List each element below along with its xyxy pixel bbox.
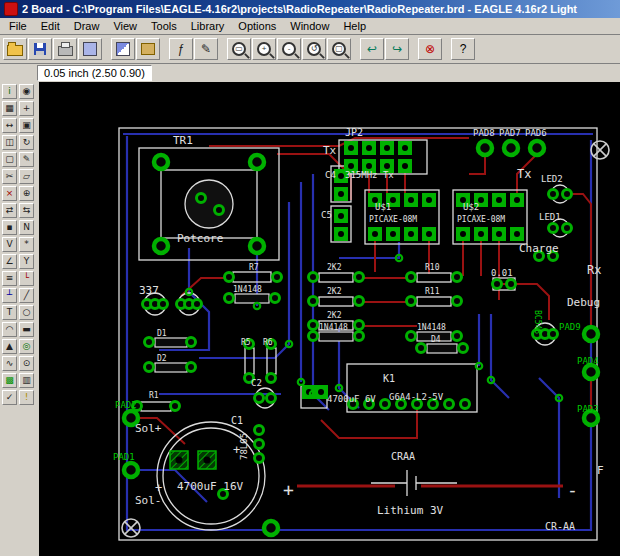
label-d1: D1: [157, 329, 167, 338]
run-script-button[interactable]: ƒ: [169, 38, 193, 60]
tool-mark-button[interactable]: +: [19, 101, 34, 116]
tool-add-button[interactable]: ⊕: [19, 186, 34, 201]
tool-circle-button[interactable]: ○: [19, 305, 34, 320]
tool-move-button[interactable]: ↔: [2, 118, 17, 133]
tool-route-button[interactable]: └: [19, 271, 34, 286]
label-c1: C1: [231, 415, 243, 426]
undo-button[interactable]: ↩: [360, 38, 384, 60]
tool-lock-button[interactable]: ▪: [2, 220, 17, 235]
tool-show-button[interactable]: ◉: [19, 84, 34, 99]
zoom-out-icon: -: [282, 42, 296, 56]
tool-drc-button[interactable]: ✓: [2, 390, 17, 405]
tool-mirror-button[interactable]: ◫: [2, 135, 17, 150]
tool-auto-button[interactable]: ▥: [19, 373, 34, 388]
print-button[interactable]: [53, 38, 77, 60]
tool-errors-button[interactable]: !: [19, 390, 34, 405]
tool-replace-button[interactable]: ⇆: [19, 203, 34, 218]
toolbar-separator: [410, 39, 417, 59]
help-icon: ?: [460, 43, 467, 55]
board-canvas[interactable]: TR1 Potcore JP2 Tx C4 315MHz Tx C5 U$1 P…: [39, 82, 620, 556]
toolbar-separator: [161, 39, 168, 59]
tool-optimize-button[interactable]: ≡: [2, 271, 17, 286]
tool-name-button[interactable]: N: [19, 220, 34, 235]
label-u1: U$1: [375, 202, 391, 212]
label-tx-top: Tx: [323, 144, 337, 157]
zoom-redraw-button[interactable]: ↺: [302, 38, 326, 60]
board-schematic-toggle-button[interactable]: [111, 38, 135, 60]
tool-palette: i◉▦+↔▣◫↻▢✎✂▱×⊕⇄⇆▪NV*∠Y≡└┴╱T○◠▬▲◎∿⊙▩▥✓!: [0, 82, 39, 556]
label-r11: R11: [425, 287, 440, 296]
menu-file[interactable]: File: [2, 19, 34, 33]
toolbar-separator: [103, 39, 110, 59]
tool-miter-button[interactable]: ∠: [2, 254, 17, 269]
tool-arc-button[interactable]: ◠: [2, 322, 17, 337]
tool-split-button[interactable]: Y: [19, 254, 34, 269]
tool-copy-button[interactable]: ▣: [19, 118, 34, 133]
menu-options[interactable]: Options: [231, 19, 283, 33]
tool-group-button[interactable]: ▢: [2, 152, 17, 167]
edit-text-button[interactable]: ✎: [194, 38, 218, 60]
tool-via-button[interactable]: ◎: [19, 339, 34, 354]
toolbar: ƒ✎▭+-↺▢↩↪⊗?: [0, 35, 620, 64]
tool-delete-button[interactable]: ×: [2, 186, 17, 201]
tool-hole-button[interactable]: ⊙: [19, 356, 34, 371]
open-button[interactable]: [3, 38, 27, 60]
tool-rotate-button[interactable]: ↻: [19, 135, 34, 150]
label-r6: R6: [263, 338, 273, 347]
tool-wire-button[interactable]: ╱: [19, 288, 34, 303]
help-button[interactable]: ?: [451, 38, 475, 60]
label-led2: LED2: [541, 174, 563, 184]
label-u2: U$2: [463, 202, 479, 212]
tool-display-button[interactable]: ▦: [2, 101, 17, 116]
window-title: 2 Board - C:\Program Files\EAGLE-4.16r2\…: [22, 3, 577, 15]
label-d4: D4: [431, 335, 441, 344]
tool-polygon-button[interactable]: ▲: [2, 339, 17, 354]
menu-view[interactable]: View: [106, 19, 144, 33]
stop-icon: ⊗: [425, 43, 435, 55]
tool-ripup-button[interactable]: ┴: [2, 288, 17, 303]
zoom-in-button[interactable]: +: [252, 38, 276, 60]
menu-window[interactable]: Window: [283, 19, 336, 33]
tool-pinswap-button[interactable]: ⇄: [2, 203, 17, 218]
library-use-button[interactable]: [136, 38, 160, 60]
label-d-mid: 1N4148: [319, 323, 348, 332]
label-337: 337: [139, 284, 159, 297]
tool-paste-button[interactable]: ▱: [19, 169, 34, 184]
tool-rect-button[interactable]: ▬: [19, 322, 34, 337]
label-k1: K1: [383, 373, 395, 384]
command-input[interactable]: [158, 65, 620, 81]
cam-processor-button[interactable]: [78, 38, 102, 60]
open-icon: [7, 45, 23, 56]
label-pad4: PAD4: [577, 356, 599, 366]
label-c5: C5: [321, 210, 332, 220]
toolbar-separator: [219, 39, 226, 59]
menu-library[interactable]: Library: [184, 19, 232, 33]
undo-icon: ↩: [367, 43, 377, 55]
menu-edit[interactable]: Edit: [34, 19, 67, 33]
tool-ratsnest-button[interactable]: ▩: [2, 373, 17, 388]
label-rv3: 2K2: [327, 311, 342, 320]
menu-tools[interactable]: Tools: [144, 19, 184, 33]
tool-change-button[interactable]: ✎: [19, 152, 34, 167]
tool-signal-button[interactable]: ∿: [2, 356, 17, 371]
label-pad6: PAD6: [525, 128, 547, 138]
zoom-select-button[interactable]: ▢: [327, 38, 351, 60]
redo-button[interactable]: ↪: [385, 38, 409, 60]
label-c4-value: 315MHz Tx: [345, 170, 394, 180]
label-cap-plus-b: +: [233, 443, 240, 457]
save-button[interactable]: [28, 38, 52, 60]
tool-value-button[interactable]: V: [2, 237, 17, 252]
menu-help[interactable]: Help: [336, 19, 373, 33]
label-debug: Debug: [567, 296, 600, 309]
tool-text-button[interactable]: T: [2, 305, 17, 320]
stop-button[interactable]: ⊗: [418, 38, 442, 60]
zoom-fit-button[interactable]: ▭: [227, 38, 251, 60]
tool-info-button[interactable]: i: [2, 84, 17, 99]
label-sol-minus: Sol-: [135, 494, 162, 507]
zoom-out-button[interactable]: -: [277, 38, 301, 60]
tool-smash-button[interactable]: *: [19, 237, 34, 252]
menu-draw[interactable]: Draw: [67, 19, 107, 33]
tool-cut-button[interactable]: ✂: [2, 169, 17, 184]
label-sol-plus: Sol+: [135, 422, 162, 435]
zoom-select-icon: ▢: [332, 42, 346, 56]
